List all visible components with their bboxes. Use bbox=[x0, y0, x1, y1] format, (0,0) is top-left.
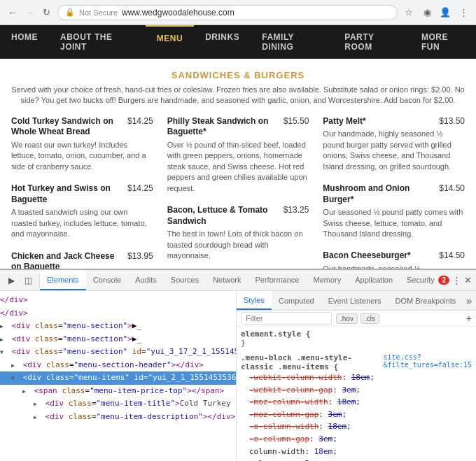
styles-tab-event-listeners[interactable]: Event Listeners bbox=[321, 291, 388, 310]
nav-about[interactable]: ABOUT THE JOINT bbox=[49, 25, 146, 59]
tab-audits[interactable]: Audits bbox=[128, 270, 164, 290]
item-title-hot-turkey: Hot Turkey and Swiss on Baguette bbox=[11, 183, 125, 205]
styles-more-button[interactable]: » bbox=[466, 291, 476, 310]
item-price-bacon-cheese: $14.50 bbox=[439, 250, 465, 260]
tab-sources[interactable]: Sources bbox=[164, 270, 206, 290]
menu-column-1: Cold Turkey Sandwich on Whole Wheat Brea… bbox=[11, 116, 153, 269]
forward-button[interactable]: → bbox=[22, 6, 36, 20]
dom-panel: </div> </div> <div class="menu-section">… bbox=[0, 291, 237, 461]
style-selector-1: .menu-block .menu-style-classic .menu-it… bbox=[241, 353, 472, 371]
add-style-rule-button[interactable]: + bbox=[466, 313, 472, 324]
item-desc-blt: The best in town! Lots of thick bacon on… bbox=[167, 229, 309, 261]
nav-party[interactable]: PARTY ROOM bbox=[333, 25, 410, 59]
tab-network[interactable]: Network bbox=[206, 270, 248, 290]
browser-chrome: ← → ↻ 🔒 Not Secure www.wedgwoodalehouse.… bbox=[0, 0, 476, 25]
menu-item-bacon-cheese: Bacon Cheeseburger* $14.50 Our handmade,… bbox=[323, 250, 465, 269]
security-label: Not Secure bbox=[79, 8, 118, 17]
prop-webkit-col-gap: -webkit-column-gap: 3em; bbox=[249, 384, 472, 397]
item-price-mushroom: $14.50 bbox=[439, 183, 465, 193]
back-button[interactable]: ← bbox=[6, 6, 20, 20]
styles-toolbar: .hov .cls + bbox=[237, 311, 476, 327]
styles-tab-computed[interactable]: Computed bbox=[272, 291, 321, 310]
prop-o-col-width: -o-column-width: 18em; bbox=[249, 420, 472, 433]
dom-line-10[interactable]: <div class="menu-item-description"></div… bbox=[0, 411, 236, 424]
item-price-philly: $15.50 bbox=[284, 116, 309, 126]
tab-memory[interactable]: Memory bbox=[306, 270, 348, 290]
page-content: SANDWICHES & BURGERS Served with your ch… bbox=[0, 59, 476, 269]
dom-line-5[interactable]: <div class="menu-section" id="yui_3_17_2… bbox=[0, 346, 236, 359]
item-desc-cold-turkey: We roast our own turkey! Includes lettuc… bbox=[11, 140, 153, 172]
tab-security[interactable]: Security bbox=[400, 270, 438, 290]
tab-performance[interactable]: Performance bbox=[248, 270, 307, 290]
menu-item-patty-melt: Patty Melt* $13.50 Our handmade, highly … bbox=[323, 116, 465, 172]
prop-webkit-col-width: -webkit-column-width: 18em; bbox=[249, 371, 472, 384]
star-icon[interactable]: ☆ bbox=[402, 6, 416, 20]
menu-column-2: Philly Steak Sandwich on Baguette* $15.5… bbox=[167, 116, 309, 269]
cls-button[interactable]: .cls bbox=[360, 313, 379, 324]
nav-menu[interactable]: MENU bbox=[146, 25, 194, 59]
profile-icon[interactable]: 👤 bbox=[438, 6, 452, 20]
item-price-hot-turkey: $14.25 bbox=[127, 183, 153, 193]
styles-panel: Styles Computed Event Listeners DOM Brea… bbox=[237, 291, 476, 461]
item-title-bacon-cheese: Bacon Cheeseburger* bbox=[323, 250, 436, 262]
section-description: Served with your choice of fresh, hand-c… bbox=[11, 85, 465, 106]
devtools-close-button[interactable]: ✕ bbox=[464, 275, 472, 285]
dom-line-2[interactable]: </div> bbox=[0, 307, 236, 320]
inspect-element-button[interactable]: ▶ bbox=[4, 274, 18, 288]
style-rule-1: .menu-block .menu-style-classic .menu-it… bbox=[241, 353, 472, 461]
tab-console[interactable]: Console bbox=[86, 270, 128, 290]
selector-source-1[interactable]: site.css?&filte_tures=false:15 bbox=[384, 353, 472, 371]
style-block-1: -webkit-column-width: 18em; -webkit-colu… bbox=[241, 371, 472, 461]
nav-fun[interactable]: MORE FUN bbox=[410, 25, 476, 59]
menu-column-3: Patty Melt* $13.50 Our handmade, highly … bbox=[323, 116, 465, 269]
element-style-label: element.style { bbox=[241, 329, 310, 339]
item-title-cold-turkey: Cold Turkey Sandwich on Whole Wheat Brea… bbox=[11, 116, 125, 138]
device-toolbar-button[interactable]: ◫ bbox=[21, 274, 35, 288]
nav-buttons: ← → ↻ bbox=[6, 6, 53, 20]
styles-content: element.style { } .menu-block .menu-styl… bbox=[237, 327, 476, 461]
tab-application[interactable]: Application bbox=[348, 270, 400, 290]
hover-state-button[interactable]: .hov bbox=[336, 313, 358, 324]
menu-item-blt: Bacon, Lettuce & Tomato Sandwich $13.25 … bbox=[167, 205, 309, 261]
menu-icon[interactable]: ⋮ bbox=[456, 6, 470, 20]
item-title-patty-melt: Patty Melt* bbox=[323, 116, 436, 127]
dom-line-8[interactable]: <span class="menu-item-price-top"></span… bbox=[0, 385, 236, 398]
extensions-icon[interactable]: ◉ bbox=[420, 6, 434, 20]
item-price-blt: $13.25 bbox=[284, 205, 309, 215]
address-bar[interactable]: 🔒 Not Secure www.wedgwoodalehouse.com bbox=[57, 5, 398, 20]
menu-item-hot-turkey: Hot Turkey and Swiss on Baguette $14.25 … bbox=[11, 183, 153, 239]
devtools-more-button[interactable]: ⋮ bbox=[452, 275, 461, 285]
site-nav: HOME ABOUT THE JOINT MENU DRINKS FAMILY … bbox=[0, 25, 476, 59]
nav-drinks[interactable]: DRINKS bbox=[194, 25, 251, 59]
dom-line-1[interactable]: </div> bbox=[0, 294, 236, 307]
dom-line-7-selected[interactable]: <div class="menu-items" id="yui_2_1_1551… bbox=[0, 371, 236, 385]
dom-line-9[interactable]: <div class="menu-item-title">Cold Turkey… bbox=[0, 397, 236, 411]
dom-line-4[interactable]: <div class="menu-section">▶_ bbox=[0, 333, 236, 346]
nav-family[interactable]: FAMILY DINING bbox=[251, 25, 333, 59]
element-style-block: element.style { } bbox=[241, 329, 472, 348]
dom-line-6[interactable]: <div class="menu-section-header"></div> bbox=[0, 359, 236, 372]
hov-cls-buttons: .hov .cls bbox=[336, 313, 379, 324]
browser-actions: ☆ ◉ 👤 ⋮ bbox=[402, 6, 470, 20]
prop-moz-col-width: -moz-column-width: 18em; bbox=[249, 396, 472, 409]
security-icon: 🔒 bbox=[65, 8, 75, 17]
prop-o-col-gap: -o-column-gap: 3em; bbox=[249, 433, 472, 446]
item-desc-hot-turkey: A toasted sandwich using our own roasted… bbox=[11, 207, 153, 239]
prop-moz-col-gap: -moz-column-gap: 3em; bbox=[249, 409, 472, 421]
devtools-icon-group: ▶ ◫ bbox=[0, 274, 40, 288]
nav-home[interactable]: HOME bbox=[0, 25, 49, 59]
dom-line-3[interactable]: <div class="menu-section">▶_ bbox=[0, 320, 236, 333]
devtools-panel: ▶ ◫ Elements Console Audits Sources Netw… bbox=[0, 269, 476, 461]
menu-item-cold-turkey: Cold Turkey Sandwich on Whole Wheat Brea… bbox=[11, 116, 153, 172]
styles-tab-dom-breakpoints[interactable]: DOM Breakpoints bbox=[388, 291, 463, 310]
styles-tab-styles[interactable]: Styles bbox=[237, 291, 272, 310]
item-title-mushroom: Mushroom and Onion Burger* bbox=[323, 183, 436, 205]
devtools-toolbar: ▶ ◫ Elements Console Audits Sources Netw… bbox=[0, 270, 476, 291]
styles-tabs: Styles Computed Event Listeners DOM Brea… bbox=[237, 291, 476, 311]
refresh-button[interactable]: ↻ bbox=[39, 6, 53, 20]
filter-input[interactable] bbox=[241, 312, 332, 325]
tab-elements[interactable]: Elements bbox=[40, 270, 86, 290]
item-desc-bacon-cheese: Our handmade, seasoned ½... bbox=[323, 264, 465, 269]
item-price-chicken: $13.95 bbox=[127, 251, 153, 261]
devtools-main: </div> </div> <div class="menu-section">… bbox=[0, 291, 476, 461]
